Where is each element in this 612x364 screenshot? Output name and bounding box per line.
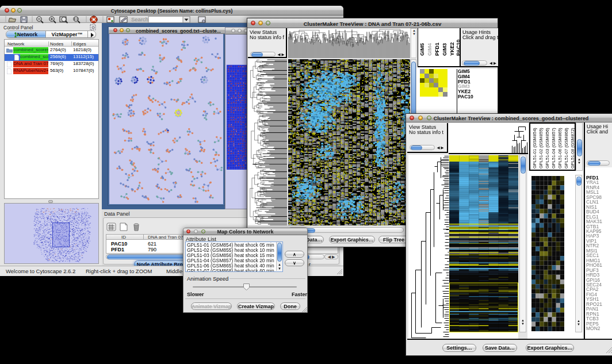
svg-text:Search:: Search:: [131, 16, 150, 22]
